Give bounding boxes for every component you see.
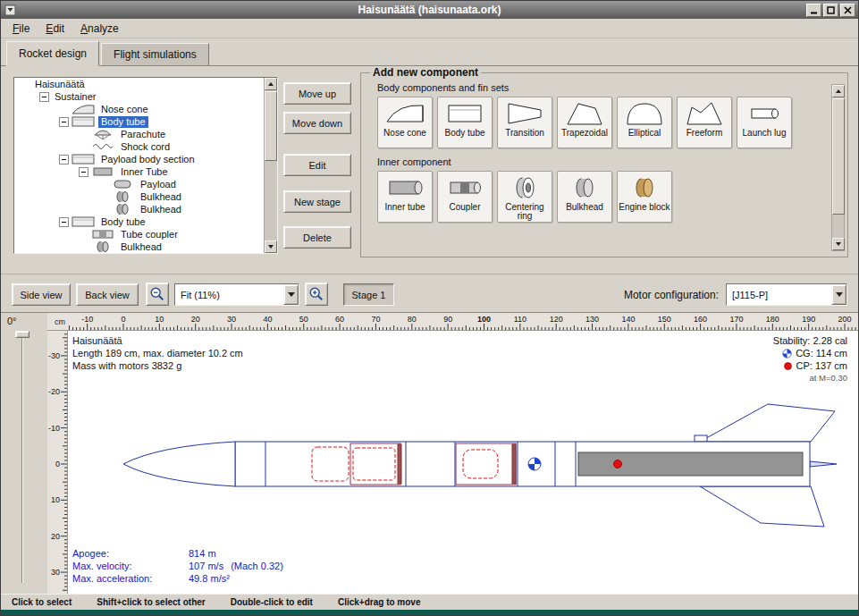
zoom-out-button[interactable] <box>146 283 169 306</box>
status-tip: Click+drag to move <box>338 597 421 607</box>
tree-item-inner-tube[interactable]: Inner Tube <box>14 165 264 178</box>
tree-scrollbar[interactable] <box>264 78 277 253</box>
add-inner-tube-button[interactable]: Inner tube <box>377 171 433 223</box>
add-nose-cone-button[interactable]: Nose cone <box>377 97 433 148</box>
add-body-tube-button[interactable]: Body tube <box>437 97 493 148</box>
tree-item-payload[interactable]: Payload <box>14 178 264 190</box>
tree-expander-icon[interactable] <box>59 155 69 165</box>
nose-cone-icon <box>72 103 95 115</box>
component-panel-scrollbar[interactable] <box>831 84 845 251</box>
tree-item-label: Tube coupler <box>118 229 181 240</box>
elliptical-icon <box>625 100 664 127</box>
tree-item-label: Haisunäätä <box>32 79 88 90</box>
scroll-up-icon[interactable] <box>265 78 277 90</box>
desktop-edge <box>1 610 858 616</box>
tree-item-bulkhead[interactable]: Bulkhead <box>14 203 264 215</box>
minimize-button[interactable] <box>806 4 821 17</box>
component-button-label: Bulkhead <box>566 203 603 212</box>
menu-analyze[interactable]: Analyze <box>72 21 127 37</box>
add-transition-button[interactable]: Transition <box>497 97 552 148</box>
rocket-diagram-area[interactable]: Haisunäätä Length 189 cm, max. diameter … <box>68 331 859 594</box>
tree-expander-icon[interactable] <box>59 117 69 127</box>
tree-scrollbar-thumb[interactable] <box>265 91 277 161</box>
edit-button[interactable]: Edit <box>283 154 351 176</box>
tab-rocket-design[interactable]: Rocket design <box>6 41 99 66</box>
new-stage-button[interactable]: New stage <box>283 190 351 213</box>
rotation-angle-label: 0° <box>7 316 17 326</box>
maximize-button[interactable] <box>823 4 838 17</box>
rotation-slider[interactable] <box>15 329 29 585</box>
svg-text:-10: -10 <box>81 315 93 324</box>
add-launch-lug-button[interactable]: Launch lug <box>737 97 792 148</box>
tree-item-nose-cone[interactable]: Nose cone <box>14 103 264 115</box>
tree-expander-icon[interactable] <box>59 217 69 227</box>
upper-fin[interactable] <box>700 404 835 442</box>
component-scrollbar-thumb[interactable] <box>832 98 845 215</box>
tree-item-parachute[interactable]: Parachute <box>14 128 264 140</box>
tree-item-haisun-t[interactable]: Haisunäätä <box>14 78 264 90</box>
component-button-label: Nose cone <box>383 129 426 138</box>
component-tree[interactable]: HaisunäätäSustainerNose coneBody tubePar… <box>14 78 264 253</box>
edge-fin[interactable] <box>810 461 837 467</box>
side-view-button[interactable]: Side view <box>12 283 71 306</box>
close-button[interactable] <box>840 4 855 17</box>
delete-button[interactable]: Delete <box>283 226 351 249</box>
nose-cone-shape[interactable] <box>123 442 235 486</box>
scroll-down-icon[interactable] <box>832 238 845 250</box>
tree-expander-icon[interactable] <box>39 92 49 102</box>
svg-text:100: 100 <box>477 315 491 324</box>
tree-item-payload-body-section[interactable]: Payload body section <box>14 153 264 165</box>
add-freeform-button[interactable]: Freeform <box>677 97 732 148</box>
tab-strip: Rocket design Flight simulations <box>1 38 858 66</box>
back-view-button[interactable]: Back view <box>76 283 139 306</box>
scroll-down-icon[interactable] <box>265 240 277 253</box>
tree-expander-icon[interactable] <box>79 167 88 177</box>
motor-configuration-select[interactable]: [J115-P] <box>726 283 847 306</box>
cg-value: CG: 114 cm <box>796 347 847 359</box>
launch-lug-shape[interactable] <box>695 435 707 442</box>
svg-text:140: 140 <box>621 315 635 324</box>
tree-item-bulkhead[interactable]: Bulkhead <box>14 240 264 253</box>
menu-edit[interactable]: Edit <box>38 21 72 37</box>
rocket-name: Haisunäätä <box>72 334 243 347</box>
tree-item-tube-coupler[interactable]: Tube coupler <box>14 228 264 240</box>
component-button-label: Coupler <box>449 203 480 212</box>
menu-file[interactable]: File <box>4 21 38 37</box>
component-button-label: Elliptical <box>628 129 661 138</box>
add-elliptical-button[interactable]: Elliptical <box>617 97 672 148</box>
motor-configuration-label: Motor configuration: <box>624 289 719 301</box>
add-bulkhead-button[interactable]: Bulkhead <box>557 171 612 223</box>
lower-fin[interactable] <box>700 486 824 527</box>
body-tube-icon <box>72 115 95 128</box>
slider-handle[interactable] <box>15 331 29 338</box>
window-menu-icon[interactable] <box>4 4 17 17</box>
chevron-down-icon[interactable] <box>283 284 299 305</box>
tree-indent <box>97 205 109 215</box>
add-engine-block-button[interactable]: Engine block <box>617 171 672 223</box>
cp-marker <box>614 460 622 468</box>
tree-item-body-tube[interactable]: Body tube <box>14 215 264 228</box>
zoom-select[interactable]: Fit (11%) <box>174 283 299 306</box>
chevron-down-icon[interactable] <box>831 284 846 305</box>
move-up-button[interactable]: Move up <box>283 82 351 105</box>
zoom-in-button[interactable] <box>305 283 328 306</box>
bulkhead-shape[interactable] <box>398 444 401 484</box>
tree-item-shock-cord[interactable]: Shock cord <box>14 140 264 153</box>
apogee-value: 814 m <box>189 547 216 560</box>
max-acceleration-label: Max. acceleration: <box>72 572 189 585</box>
stage-1-toggle[interactable]: Stage 1 <box>343 283 394 306</box>
bulkhead-shape[interactable] <box>512 444 516 484</box>
tab-flight-simulations[interactable]: Flight simulations <box>101 43 209 65</box>
motor-shape[interactable] <box>578 452 803 476</box>
title-bar[interactable]: Haisunäätä (haisunaata.ork) <box>1 1 858 19</box>
add-trapezoidal-button[interactable]: Trapezoidal <box>557 97 612 148</box>
tree-item-sustainer[interactable]: Sustainer <box>14 90 264 103</box>
add-centering-ring-button[interactable]: Centering ring <box>497 171 552 223</box>
scroll-up-icon[interactable] <box>832 85 845 97</box>
tree-item-label: Sustainer <box>52 91 98 103</box>
tree-item-bulkhead[interactable]: Bulkhead <box>14 190 264 203</box>
add-coupler-button[interactable]: Coupler <box>437 171 493 223</box>
tree-item-body-tube[interactable]: Body tube <box>14 115 264 128</box>
body-tube-icon <box>72 153 95 165</box>
move-down-button[interactable]: Move down <box>283 112 351 134</box>
